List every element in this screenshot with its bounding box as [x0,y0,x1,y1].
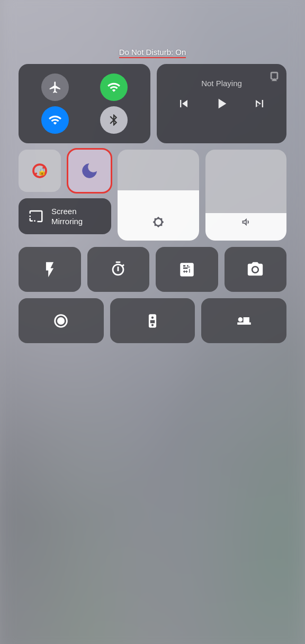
brightness-icon [152,216,164,230]
brightness-fill [118,190,199,241]
quick-tiles: 🔒 [19,150,111,192]
svg-text:🔒: 🔒 [38,167,47,176]
screen-mirroring-button[interactable]: ScreenMirroring [19,198,111,234]
airplay-icon[interactable] [268,70,280,84]
fast-forward-button[interactable] [252,96,267,111]
play-button[interactable] [213,95,230,112]
volume-slider[interactable] [205,150,287,241]
flashlight-button[interactable] [19,247,81,292]
playback-controls [165,95,278,112]
screen-mirroring-label: ScreenMirroring [51,206,83,227]
do-not-disturb-button[interactable] [68,150,111,192]
apple-tv-remote-button[interactable] [110,298,195,343]
svg-point-3 [57,317,65,324]
camera-button[interactable] [225,247,287,292]
row-2: 🔒 ScreenMirroring [19,150,286,241]
rotation-lock-button[interactable]: 🔒 [19,150,61,192]
brightness-slider[interactable] [118,150,199,241]
control-center: Do Not Disturb: On Not [19,48,286,343]
now-playing-label: Not Playing [165,79,278,88]
rewind-button[interactable] [176,96,191,111]
dnd-label: Do Not Disturb: On [119,48,186,58]
row-1: Not Playing [19,64,286,143]
sliders [118,150,286,241]
airplane-mode-button[interactable] [41,73,69,101]
cellular-button[interactable] [100,73,128,101]
dnd-banner: Do Not Disturb: On [19,48,286,57]
bottom-row-2 [19,298,286,343]
bluetooth-button[interactable] [100,106,128,134]
calculator-button[interactable] [156,247,218,292]
volume-icon [240,216,252,230]
wifi-button[interactable] [41,106,69,134]
screen-record-button[interactable] [19,298,104,343]
connectivity-tile [19,64,150,143]
now-playing-tile: Not Playing [157,64,286,143]
home-button[interactable] [201,298,286,343]
bottom-row-1 [19,247,286,292]
timer-button[interactable] [87,247,150,292]
